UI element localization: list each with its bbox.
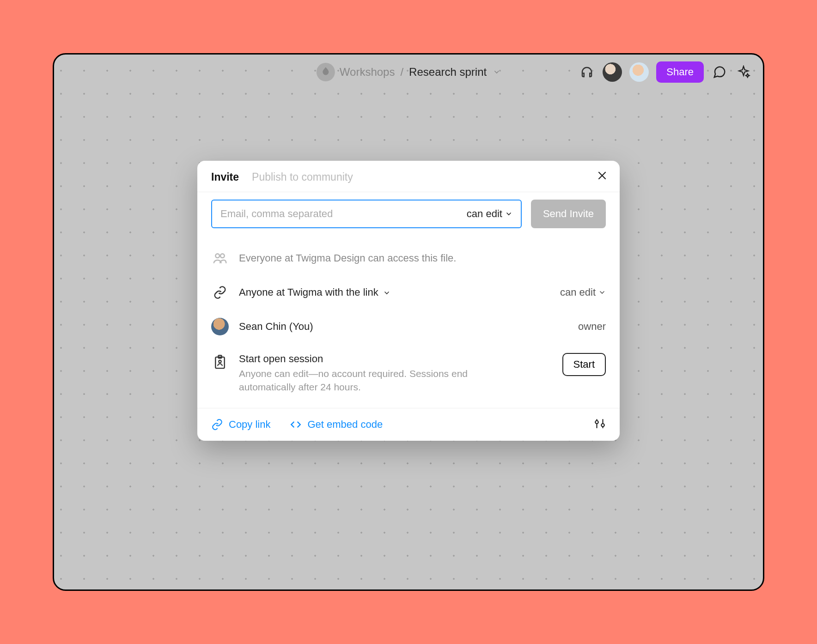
link-icon <box>211 284 229 301</box>
workspace-icon[interactable] <box>317 63 335 81</box>
svg-point-0 <box>215 254 219 258</box>
session-subtitle: Anyone can edit—no account required. Ses… <box>239 367 488 394</box>
svg-point-7 <box>595 420 598 424</box>
send-invite-button[interactable]: Send Invite <box>531 200 606 228</box>
breadcrumb: Workshops / Research sprint <box>317 63 500 81</box>
link-access-row: Anyone at Twigma with the link can edit <box>211 275 606 310</box>
session-title: Start open session <box>239 353 488 365</box>
modal-body: can edit Send Invite Everyone at Twigma … <box>197 192 620 408</box>
settings-sliders-icon[interactable] <box>594 418 606 431</box>
breadcrumb-slash: / <box>400 66 403 79</box>
email-input[interactable] <box>220 208 467 220</box>
people-icon <box>211 249 229 267</box>
close-icon[interactable] <box>597 170 608 183</box>
start-session-button[interactable]: Start <box>562 353 606 376</box>
clipboard-person-icon <box>211 354 229 371</box>
breadcrumb-file[interactable]: Research sprint <box>409 66 487 79</box>
tab-publish[interactable]: Publish to community <box>252 171 353 183</box>
embed-code-label: Get embed code <box>307 419 383 431</box>
open-session-row: Start open session Anyone can edit—no ac… <box>211 344 606 406</box>
link-permission-select[interactable]: can edit <box>560 286 606 298</box>
share-modal: Invite Publish to community can edit Sen… <box>197 161 620 441</box>
modal-header: Invite Publish to community <box>197 161 620 192</box>
owner-avatar <box>211 318 229 335</box>
modal-footer: Copy link Get embed code <box>197 408 620 441</box>
owner-name: Sean Chin (You) <box>239 321 313 333</box>
org-access-row: Everyone at Twigma Design can access thi… <box>211 241 606 275</box>
owner-role: owner <box>578 321 606 333</box>
breadcrumb-team[interactable]: Workshops <box>340 66 395 79</box>
invite-row: can edit Send Invite <box>211 200 606 228</box>
link-permission-label: can edit <box>560 286 596 298</box>
org-access-text: Everyone at Twigma Design can access thi… <box>239 252 456 264</box>
copy-link-button[interactable]: Copy link <box>211 419 270 431</box>
permission-select[interactable]: can edit <box>467 208 512 220</box>
toolbar: Workshops / Research sprint Share <box>54 55 763 90</box>
permission-label: can edit <box>467 208 502 220</box>
tab-invite[interactable]: Invite <box>211 171 239 183</box>
embed-code-button[interactable]: Get embed code <box>290 419 383 431</box>
link-access-text[interactable]: Anyone at Twigma with the link <box>239 286 390 298</box>
owner-row: Sean Chin (You) owner <box>211 310 606 344</box>
svg-point-4 <box>219 360 221 363</box>
invite-field[interactable]: can edit <box>211 200 522 228</box>
headphones-icon[interactable] <box>579 64 595 80</box>
svg-point-1 <box>220 254 225 258</box>
app-frame: Workshops / Research sprint Share Invite <box>53 53 764 591</box>
session-text: Start open session Anyone can edit—no ac… <box>239 353 488 394</box>
share-button[interactable]: Share <box>656 61 704 83</box>
avatar-user-2[interactable] <box>629 62 649 82</box>
avatar-user-1[interactable] <box>603 62 622 82</box>
chat-icon[interactable] <box>711 64 728 80</box>
svg-point-8 <box>601 424 604 427</box>
chevron-down-icon[interactable] <box>493 68 500 76</box>
sparkle-icon[interactable] <box>735 64 752 80</box>
link-access-label: Anyone at Twigma with the link <box>239 286 378 298</box>
toolbar-right: Share <box>579 55 752 90</box>
copy-link-label: Copy link <box>229 419 270 431</box>
